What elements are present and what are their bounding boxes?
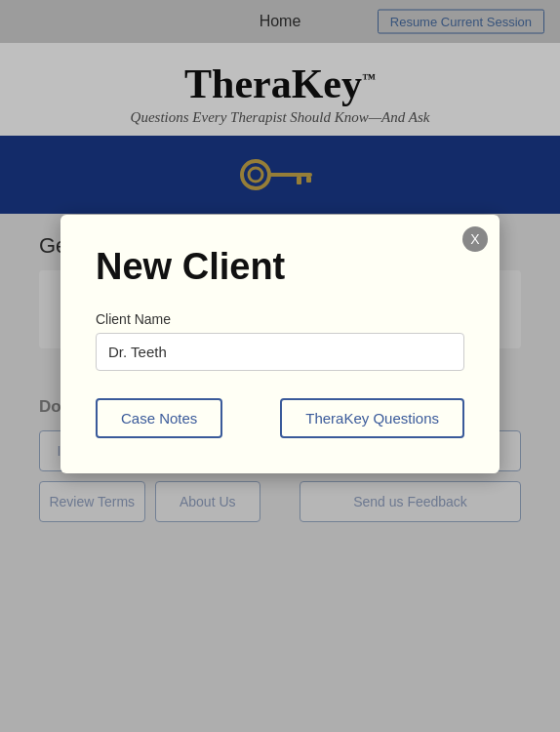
modal-close-button[interactable]: X xyxy=(462,226,488,252)
case-notes-button[interactable]: Case Notes xyxy=(96,398,222,438)
modal-overlay: X New Client Client Name Case Notes Ther… xyxy=(0,0,560,732)
client-name-label: Client Name xyxy=(96,311,464,327)
client-name-input[interactable] xyxy=(96,333,464,371)
modal-title: New Client xyxy=(96,246,464,288)
modal-actions: Case Notes TheraKey Questions xyxy=(96,398,464,438)
therakey-questions-button[interactable]: TheraKey Questions xyxy=(280,398,464,438)
new-client-modal: X New Client Client Name Case Notes Ther… xyxy=(60,215,500,473)
